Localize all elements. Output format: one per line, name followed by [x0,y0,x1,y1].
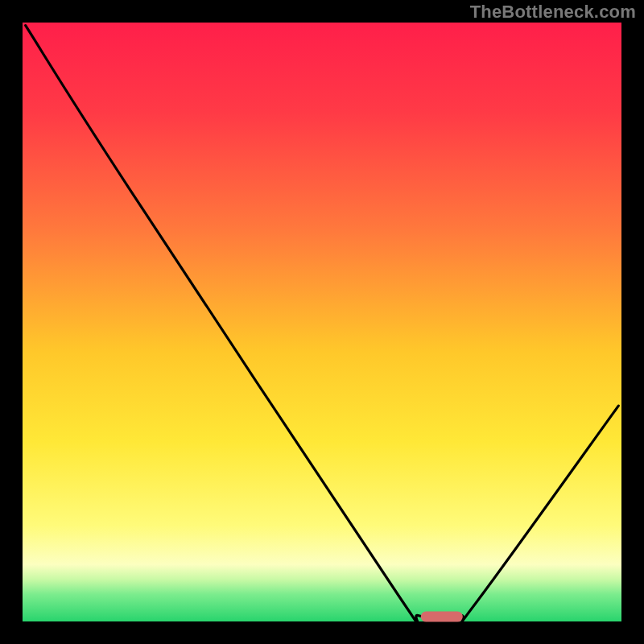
chart-background [23,23,621,621]
chart-frame: TheBottleneck.com [0,0,644,644]
watermark-text: TheBottleneck.com [470,2,636,23]
optimal-marker [421,612,463,622]
chart-svg [0,0,644,644]
